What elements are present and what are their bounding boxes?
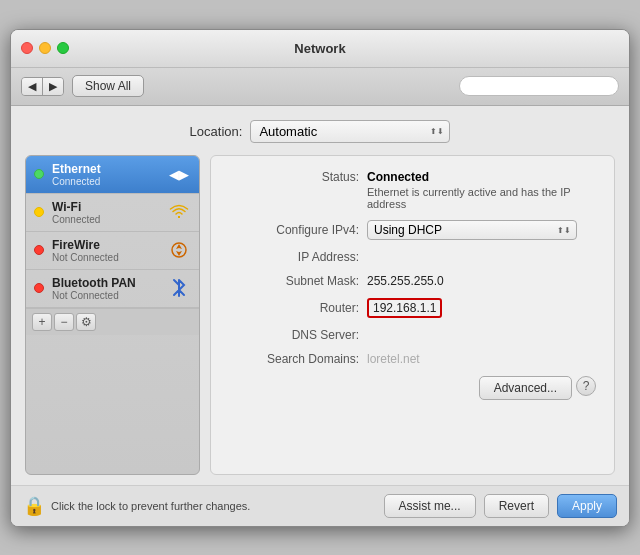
search-input[interactable] (459, 76, 619, 96)
wifi-info: Wi-Fi Connected (52, 200, 167, 225)
sidebar-toolbar: + − ⚙ (26, 308, 199, 335)
zoom-button[interactable] (57, 42, 69, 54)
status-value-area: Connected Ethernet is currently active a… (367, 170, 596, 210)
traffic-lights (21, 42, 69, 54)
titlebar: Network (11, 30, 629, 68)
bluetooth-info: Bluetooth PAN Not Connected (52, 276, 167, 301)
sidebar-item-ethernet[interactable]: Ethernet Connected ◀▶ (26, 156, 199, 194)
status-label: Status: (229, 170, 359, 184)
configure-label: Configure IPv4: (229, 223, 359, 237)
bluetooth-name: Bluetooth PAN (52, 276, 167, 290)
status-row: Status: Connected Ethernet is currently … (229, 170, 596, 210)
subnet-row: Subnet Mask: 255.255.255.0 (229, 274, 596, 288)
assist-me-button[interactable]: Assist me... (384, 494, 476, 518)
footer: 🔒 Click the lock to prevent further chan… (11, 485, 629, 526)
router-value: 192.168.1.1 (367, 298, 442, 318)
ip-label: IP Address: (229, 250, 359, 264)
location-select[interactable]: Automatic Edit Locations... (250, 120, 450, 143)
ethernet-name: Ethernet (52, 162, 167, 176)
action-network-button[interactable]: ⚙ (76, 313, 96, 331)
advanced-row: Advanced... ? (229, 376, 596, 400)
status-desc: Ethernet is currently active and has the… (367, 186, 596, 210)
configure-select-wrapper: Using DHCP Manually Using DHCP with manu… (367, 220, 577, 240)
domains-label: Search Domains: (229, 352, 359, 366)
show-all-button[interactable]: Show All (72, 75, 144, 97)
domains-value: loretel.net (367, 352, 420, 366)
router-label: Router: (229, 301, 359, 315)
firewire-info: FireWire Not Connected (52, 238, 167, 263)
forward-button[interactable]: ▶ (43, 78, 63, 95)
ethernet-icon: ◀▶ (167, 162, 191, 186)
remove-network-button[interactable]: − (54, 313, 74, 331)
ethernet-info: Ethernet Connected (52, 162, 167, 187)
close-button[interactable] (21, 42, 33, 54)
dns-row: DNS Server: (229, 328, 596, 342)
sidebar-item-wifi[interactable]: Wi-Fi Connected (26, 194, 199, 232)
lock-text: Click the lock to prevent further change… (51, 500, 250, 512)
wifi-status: Connected (52, 214, 167, 225)
nav-buttons: ◀ ▶ (21, 77, 64, 96)
revert-button[interactable]: Revert (484, 494, 549, 518)
wifi-status-dot (34, 207, 44, 217)
sidebar-item-firewire[interactable]: FireWire Not Connected (26, 232, 199, 270)
ip-row: IP Address: (229, 250, 596, 264)
window-title: Network (294, 41, 345, 56)
location-row: Location: Automatic Edit Locations... (25, 116, 615, 147)
bluetooth-icon (167, 276, 191, 300)
firewire-status: Not Connected (52, 252, 167, 263)
network-window: Network ◀ ▶ Show All Location: Automatic… (10, 29, 630, 527)
main-content: Location: Automatic Edit Locations... Et… (11, 106, 629, 485)
configure-select[interactable]: Using DHCP Manually Using DHCP with manu… (367, 220, 577, 240)
sidebar: Ethernet Connected ◀▶ Wi-Fi Connected (25, 155, 200, 475)
firewire-status-dot (34, 245, 44, 255)
back-button[interactable]: ◀ (22, 78, 43, 95)
main-area: Ethernet Connected ◀▶ Wi-Fi Connected (25, 155, 615, 475)
lock-icon[interactable]: 🔒 (23, 495, 45, 517)
ethernet-status: Connected (52, 176, 167, 187)
domains-row: Search Domains: loretel.net (229, 352, 596, 366)
location-label: Location: (190, 124, 243, 139)
lock-area: 🔒 Click the lock to prevent further chan… (23, 495, 376, 517)
advanced-button[interactable]: Advanced... (479, 376, 572, 400)
subnet-value: 255.255.255.0 (367, 274, 444, 288)
help-button[interactable]: ? (576, 376, 596, 396)
status-value: Connected (367, 170, 596, 184)
add-network-button[interactable]: + (32, 313, 52, 331)
location-select-wrapper: Automatic Edit Locations... (250, 120, 450, 143)
ethernet-status-dot (34, 169, 44, 179)
configure-row: Configure IPv4: Using DHCP Manually Usin… (229, 220, 596, 240)
dns-label: DNS Server: (229, 328, 359, 342)
sidebar-item-bluetooth[interactable]: Bluetooth PAN Not Connected (26, 270, 199, 308)
bluetooth-status-dot (34, 283, 44, 293)
detail-panel: Status: Connected Ethernet is currently … (210, 155, 615, 475)
toolbar: ◀ ▶ Show All (11, 68, 629, 106)
wifi-name: Wi-Fi (52, 200, 167, 214)
wifi-icon (167, 200, 191, 224)
firewire-name: FireWire (52, 238, 167, 252)
minimize-button[interactable] (39, 42, 51, 54)
bluetooth-status: Not Connected (52, 290, 167, 301)
apply-button[interactable]: Apply (557, 494, 617, 518)
router-row: Router: 192.168.1.1 (229, 298, 596, 318)
subnet-label: Subnet Mask: (229, 274, 359, 288)
firewire-icon (167, 238, 191, 262)
